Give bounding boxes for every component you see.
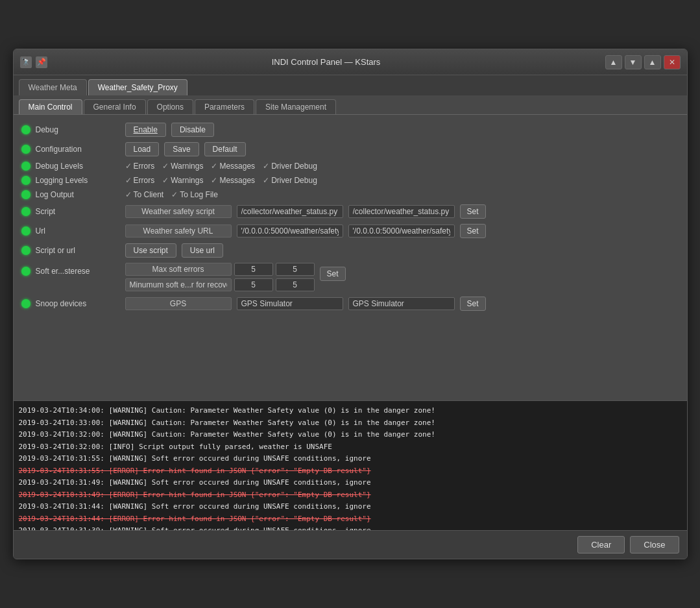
sub-tab-bar: Main Control General Info Options Parame… — [14, 95, 687, 115]
log-warnings-item[interactable]: ✓ Warnings — [162, 176, 203, 185]
debug-levels-checkboxes: ✓ Errors ✓ Warnings ✓ Messages ✓ Driver … — [125, 162, 317, 171]
soft-errors-row: Soft er...sterese Set — [21, 263, 679, 291]
sub-tab-options[interactable]: Options — [147, 99, 193, 114]
debug-levels-row: Debug Levels ✓ Errors ✓ Warnings ✓ Messa… — [21, 162, 679, 171]
log-line: 2019-03-24T10:33:00: [WARNING] Caution: … — [19, 417, 682, 430]
log-line: 2019-03-24T10:31:49: [WARNING] Soft erro… — [19, 477, 682, 489]
log-messages-item[interactable]: ✓ Messages — [211, 176, 255, 185]
min-soft-errors-row — [125, 278, 315, 291]
log-messages-check: ✓ — [211, 176, 217, 185]
clear-button[interactable]: Clear — [577, 536, 625, 553]
log-warnings-label: Warnings — [171, 176, 203, 185]
debug-messages-item[interactable]: ✓ Messages — [211, 162, 255, 171]
scroll-down-button[interactable]: ▼ — [625, 55, 642, 69]
debug-warnings-label: Warnings — [171, 162, 203, 171]
script-or-url-label: Script or url — [36, 246, 120, 255]
to-log-file-item[interactable]: ✓ To Log File — [171, 190, 218, 199]
snoop-devices-set-button[interactable]: Set — [460, 297, 486, 311]
to-client-item[interactable]: ✓ To Client — [125, 190, 164, 199]
log-line: 2019-03-24T10:32:00: [WARNING] Caution: … — [19, 429, 682, 441]
url-label-box[interactable] — [125, 225, 232, 237]
min-soft-errors-val2[interactable] — [276, 278, 315, 291]
sub-tab-general-info[interactable]: General Info — [84, 99, 146, 114]
soft-errors-label: Soft er...sterese — [36, 267, 120, 276]
log-line: 2019-03-24T10:32:00: [INFO] Script outpu… — [19, 441, 682, 454]
sub-tab-main-control[interactable]: Main Control — [19, 99, 82, 114]
debug-row: Debug Enable Disable — [21, 123, 679, 137]
sub-tab-site-management[interactable]: Site Management — [256, 99, 336, 114]
content-area: Debug Enable Disable Configuration Load … — [14, 115, 687, 400]
soft-errors-indicator — [21, 267, 30, 276]
use-script-button[interactable]: Use script — [125, 243, 176, 258]
log-errors-item[interactable]: ✓ Errors — [125, 176, 155, 185]
snoop-devices-label: Snoop devices — [36, 299, 120, 308]
bottom-bar: Clear Close — [14, 530, 687, 559]
tab-weather-safety-proxy[interactable]: Weather_Safety_Proxy — [88, 79, 187, 95]
debug-messages-check: ✓ — [211, 162, 217, 171]
script-set-button[interactable]: Set — [460, 204, 486, 219]
log-output-indicator — [21, 190, 30, 199]
debug-messages-label: Messages — [219, 162, 255, 171]
snoop-devices-value2[interactable] — [348, 297, 455, 310]
script-label: Script — [36, 207, 120, 216]
configuration-indicator — [21, 145, 30, 154]
to-log-file-check: ✓ — [171, 190, 178, 199]
log-driver-debug-item[interactable]: ✓ Driver Debug — [263, 176, 317, 185]
url-value2[interactable] — [348, 225, 455, 237]
script-label-box[interactable] — [125, 205, 232, 218]
save-button[interactable]: Save — [164, 142, 199, 156]
use-url-button[interactable]: Use url — [182, 243, 223, 258]
minimize-button[interactable]: ▲ — [605, 55, 622, 69]
log-output-row: Log Output ✓ To Client ✓ To Log File — [21, 190, 679, 199]
url-row: Url Set — [21, 224, 679, 238]
max-soft-errors-val1[interactable] — [234, 263, 273, 276]
pin-icon: 📌 — [36, 56, 47, 68]
url-set-button[interactable]: Set — [460, 224, 486, 238]
enable-button[interactable]: Enable — [125, 123, 166, 137]
url-label: Url — [36, 226, 120, 236]
log-line: 2019-03-24T10:31:39: [WARNING] Soft erro… — [19, 525, 682, 530]
log-output-label: Log Output — [36, 190, 120, 199]
log-output-checkboxes: ✓ To Client ✓ To Log File — [125, 190, 218, 199]
debug-warnings-item[interactable]: ✓ Warnings — [162, 162, 203, 171]
sub-tab-parameters[interactable]: Parameters — [195, 99, 254, 114]
scroll-up-button[interactable]: ▲ — [644, 55, 661, 69]
debug-driver-debug-item[interactable]: ✓ Driver Debug — [263, 162, 317, 171]
debug-levels-indicator — [21, 162, 30, 171]
load-button[interactable]: Load — [125, 142, 160, 156]
disable-button[interactable]: Disable — [171, 123, 214, 137]
soft-errors-group — [125, 263, 315, 291]
log-line: 2019-03-24T10:31:55: [WARNING] Soft erro… — [19, 453, 682, 465]
log-warnings-check: ✓ — [162, 176, 169, 185]
script-value2[interactable] — [348, 205, 455, 218]
debug-errors-item[interactable]: ✓ Errors — [125, 162, 155, 171]
titlebar-left: 🔭 📌 — [20, 56, 47, 68]
log-area[interactable]: 2019-03-24T10:34:00: [WARNING] Caution: … — [14, 400, 687, 530]
snoop-devices-row: Snoop devices Set — [21, 297, 679, 311]
script-value1[interactable] — [237, 205, 343, 218]
min-soft-errors-label[interactable] — [125, 278, 232, 291]
debug-errors-label: Errors — [134, 162, 155, 171]
snoop-devices-label-box[interactable] — [125, 297, 232, 310]
close-window-button[interactable]: ✕ — [664, 55, 681, 69]
min-soft-errors-val1[interactable] — [234, 278, 273, 291]
script-row: Script Set — [21, 204, 679, 219]
debug-driver-debug-label: Driver Debug — [271, 162, 317, 171]
snoop-devices-indicator — [21, 299, 30, 308]
snoop-devices-value1[interactable] — [237, 297, 343, 310]
soft-errors-set-button[interactable]: Set — [320, 267, 346, 281]
logging-levels-label: Logging Levels — [36, 176, 120, 185]
log-driver-debug-label: Driver Debug — [271, 176, 317, 185]
to-client-check: ✓ — [125, 190, 132, 199]
close-button[interactable]: Close — [630, 536, 679, 553]
debug-driver-debug-check: ✓ — [263, 162, 269, 171]
script-or-url-indicator — [21, 246, 30, 255]
max-soft-errors-label[interactable] — [125, 263, 232, 276]
tab-weather-meta[interactable]: Weather Meta — [19, 79, 87, 95]
window-title: INDI Control Panel — KStars — [47, 57, 605, 67]
url-value1[interactable] — [237, 225, 343, 237]
log-messages-label: Messages — [219, 176, 255, 185]
max-soft-errors-val2[interactable] — [276, 263, 315, 276]
log-line: 2019-03-24T10:31:44: [ERROR] Error hint … — [19, 513, 682, 526]
default-button[interactable]: Default — [204, 142, 246, 156]
